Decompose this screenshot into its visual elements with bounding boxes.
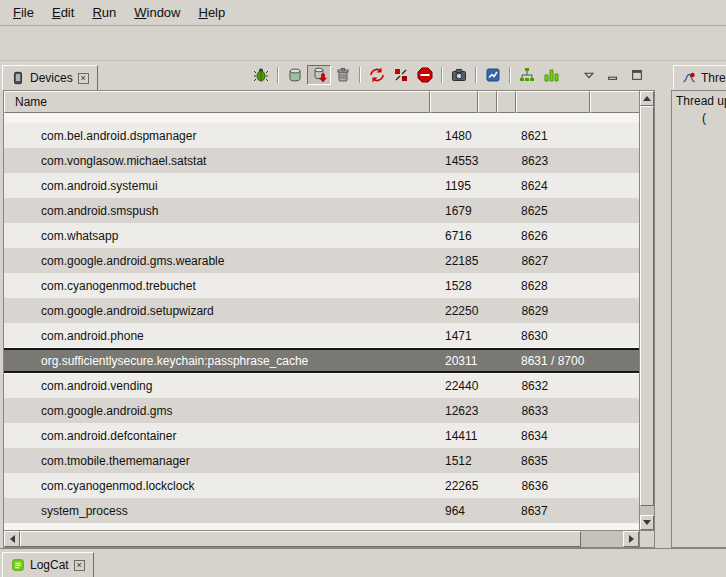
close-icon[interactable]: × (78, 73, 89, 84)
devices-table: Name com.bel.android.dspmanager 1480 862… (3, 90, 655, 548)
process-pid: 1512 (430, 454, 478, 468)
column-header-filler (590, 91, 639, 113)
process-pid: 1528 (430, 279, 478, 293)
device-process-row[interactable]: com.android.vending 22440 8632 (4, 373, 639, 398)
device-process-row[interactable]: com.bel.android.dspmanager 1480 8621 (4, 123, 639, 148)
cause-gc-icon[interactable] (331, 65, 355, 85)
process-pid: 1480 (430, 129, 478, 143)
minimize-icon[interactable] (601, 65, 625, 85)
menu-run[interactable]: Run (83, 1, 125, 24)
toolbar-divider (509, 67, 511, 83)
process-port: 8625 (516, 204, 639, 218)
device-process-row[interactable]: com.google.android.gms 12623 8633 (4, 398, 639, 423)
process-port: 8636 (516, 479, 639, 493)
hierarchy-view-icon[interactable] (515, 65, 539, 85)
menu-edit[interactable]: Edit (43, 1, 83, 24)
process-name: com.vonglasow.michael.satstat (4, 154, 430, 168)
devices-tabbar: Devices × (0, 61, 667, 90)
toolbar-divider (441, 67, 443, 83)
table-header: Name (4, 91, 639, 113)
maximize-icon[interactable] (625, 65, 649, 85)
device-process-row[interactable]: com.cyanogenmod.trebuchet 1528 8628 (4, 273, 639, 298)
vertical-scroll-track[interactable] (640, 106, 654, 515)
device-process-row[interactable]: com.vonglasow.michael.satstat 14553 8623 (4, 148, 639, 173)
process-pid: 22440 (430, 379, 478, 393)
process-name: com.android.vending (4, 379, 430, 393)
process-port: 8631 / 8700 (516, 354, 639, 368)
start-method-profiling-icon[interactable] (389, 65, 413, 85)
scroll-up-button[interactable] (640, 91, 654, 106)
process-name: com.bel.android.dspmanager (4, 129, 430, 143)
menu-window[interactable]: Window (125, 1, 189, 24)
stop-process-icon[interactable] (413, 65, 437, 85)
column-header-name[interactable]: Name (4, 91, 430, 113)
device-process-row[interactable]: com.tmobile.thememanager 1512 8635 (4, 448, 639, 473)
toolbar-divider (359, 67, 361, 83)
process-name: com.google.android.gms (4, 404, 430, 418)
device-process-row[interactable]: com.android.phone 1471 8630 (4, 323, 639, 348)
device-process-row[interactable]: com.android.defcontainer 14411 8634 (4, 423, 639, 448)
scroll-down-button[interactable] (640, 515, 654, 530)
menu-file[interactable]: File (4, 1, 43, 24)
process-port: 8630 (516, 329, 639, 343)
system-info-icon[interactable] (481, 65, 505, 85)
process-name: com.whatsapp (4, 229, 430, 243)
horizontal-scroll-track[interactable] (20, 531, 623, 547)
pixel-perfect-icon[interactable] (539, 65, 563, 85)
view-menu-icon[interactable] (577, 65, 601, 85)
process-port: 8632 (516, 379, 639, 393)
update-threads-icon[interactable] (365, 65, 389, 85)
vertical-scrollbar[interactable] (639, 91, 654, 547)
process-pid: 12623 (430, 404, 478, 418)
tab-threads[interactable]: Threads × (673, 65, 726, 90)
scroll-right-button[interactable] (623, 531, 639, 547)
threads-message-line2: ( (674, 110, 726, 127)
vertical-scroll-thumb[interactable] (640, 106, 654, 506)
menu-bar: File Edit Run Window Help (0, 0, 726, 26)
device-process-row[interactable]: com.google.android.gms.wearable 22185 86… (4, 248, 639, 273)
arrow-left-icon (10, 535, 15, 543)
tab-logcat[interactable]: LogCat × (2, 552, 94, 577)
scroll-left-button[interactable] (4, 531, 20, 547)
threads-icon (682, 71, 696, 85)
threads-content: Thread up ( (671, 90, 726, 548)
arrow-up-icon (643, 96, 651, 101)
process-pid: 1195 (430, 179, 478, 193)
column-header-3[interactable] (497, 91, 516, 113)
device-process-row[interactable]: com.whatsapp 6716 8626 (4, 223, 639, 248)
column-header-port[interactable] (516, 91, 590, 113)
process-name: com.android.phone (4, 329, 430, 343)
device-process-row[interactable]: com.android.systemui 1195 8624 (4, 173, 639, 198)
column-header-pid[interactable] (430, 91, 478, 113)
menu-help[interactable]: Help (189, 1, 234, 24)
process-port: 8627 (516, 254, 639, 268)
process-name: com.android.systemui (4, 179, 430, 193)
device-process-row[interactable]: com.google.android.setupwizard 22250 862… (4, 298, 639, 323)
debug-process-icon[interactable] (249, 65, 273, 85)
process-port: 8635 (516, 454, 639, 468)
process-name: com.google.android.setupwizard (4, 304, 430, 318)
update-heap-icon[interactable] (283, 65, 307, 85)
horizontal-scroll-thumb[interactable] (20, 531, 581, 547)
tab-devices[interactable]: Devices × (2, 65, 98, 90)
main-toolbar (0, 26, 726, 61)
device-process-row[interactable]: org.sufficientlysecure.keychain:passphra… (4, 348, 639, 373)
column-header-2[interactable] (478, 91, 497, 113)
close-icon[interactable]: × (74, 560, 85, 571)
main-area: Devices × (0, 61, 726, 548)
process-name: com.tmobile.thememanager (4, 454, 430, 468)
process-port: 8628 (516, 279, 639, 293)
screen-capture-icon[interactable] (447, 65, 471, 85)
dump-hprof-icon[interactable] (307, 65, 331, 85)
process-name: com.cyanogenmod.lockclock (4, 479, 430, 493)
device-process-row[interactable]: system_process 964 8637 (4, 498, 639, 523)
process-pid: 1679 (430, 204, 478, 218)
process-pid: 14411 (430, 429, 478, 443)
process-port: 8621 (516, 129, 639, 143)
process-name: com.android.defcontainer (4, 429, 430, 443)
device-process-row[interactable]: com.android.smspush 1679 8625 (4, 198, 639, 223)
device-process-row[interactable]: com.cyanogenmod.lockclock 22265 8636 (4, 473, 639, 498)
process-port: 8634 (516, 429, 639, 443)
horizontal-scrollbar[interactable] (4, 530, 639, 547)
toolbar-divider (277, 67, 279, 83)
